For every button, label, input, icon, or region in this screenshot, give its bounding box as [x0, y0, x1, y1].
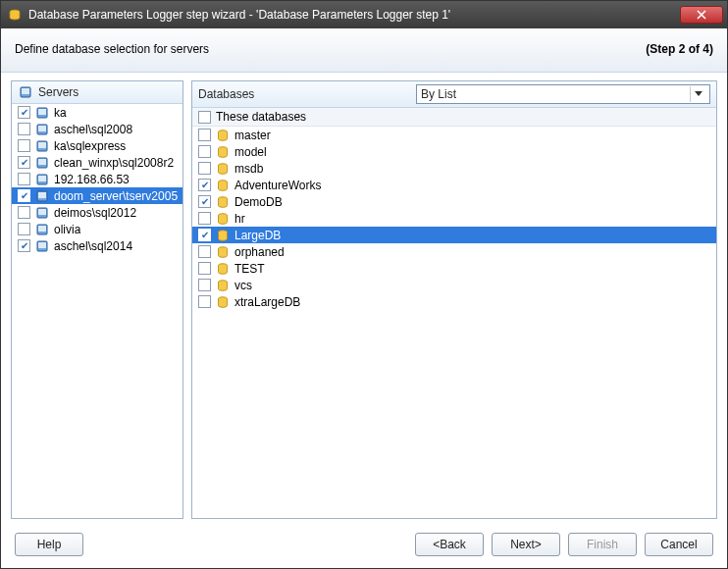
server-row[interactable]: aschel\sql2008: [12, 121, 182, 137]
server-row[interactable]: doom_server\tserv2005: [12, 187, 182, 204]
databases-subheader-label: These databases: [216, 110, 306, 124]
server-label: 192.168.66.53: [54, 173, 130, 186]
database-icon: [215, 261, 231, 277]
database-label: LargeDB: [234, 229, 281, 242]
database-icon: [215, 144, 231, 160]
database-icon: [215, 278, 231, 293]
database-checkbox[interactable]: [198, 195, 211, 208]
database-row[interactable]: xtraLargeDB: [192, 293, 716, 310]
database-label: msdb: [234, 162, 263, 176]
database-checkbox[interactable]: [198, 279, 211, 291]
server-row[interactable]: ka\sqlexpress: [12, 137, 182, 154]
database-checkbox[interactable]: [198, 295, 211, 308]
database-checkbox[interactable]: [198, 145, 211, 158]
server-icon: [34, 155, 50, 171]
finish-button[interactable]: Finish: [568, 533, 637, 556]
database-row[interactable]: msdb: [192, 160, 716, 177]
database-checkbox[interactable]: [198, 179, 211, 191]
chevron-down-icon: [690, 86, 705, 102]
database-row[interactable]: TEST: [192, 260, 716, 277]
server-label: aschel\sql2014: [54, 239, 132, 253]
servers-title: Servers: [38, 85, 78, 99]
database-label: model: [234, 145, 267, 159]
close-button[interactable]: [680, 6, 723, 24]
svg-rect-16: [38, 209, 46, 215]
database-icon: [215, 161, 231, 177]
server-checkbox[interactable]: [18, 156, 30, 169]
server-label: ka: [54, 106, 67, 120]
database-label: orphaned: [234, 245, 285, 259]
server-label: aschel\sql2008: [54, 123, 132, 136]
server-checkbox[interactable]: [18, 189, 30, 202]
database-checkbox[interactable]: [198, 162, 211, 175]
server-checkbox[interactable]: [18, 239, 30, 252]
databases-mode-dropdown[interactable]: By List: [416, 84, 710, 104]
svg-rect-10: [38, 159, 46, 165]
server-icon: [34, 138, 50, 154]
servers-list[interactable]: kaaschel\sql2008ka\sqlexpressclean_winxp…: [12, 104, 182, 518]
database-row[interactable]: DemoDB: [192, 193, 716, 210]
database-icon: [215, 178, 231, 193]
server-checkbox[interactable]: [18, 123, 30, 135]
database-label: DemoDB: [234, 195, 283, 209]
server-row[interactable]: 192.168.66.53: [12, 171, 182, 187]
database-checkbox[interactable]: [198, 129, 211, 141]
database-row[interactable]: model: [192, 143, 716, 160]
database-row[interactable]: AdventureWorks: [192, 177, 716, 193]
databases-subheader: These databases: [192, 108, 716, 127]
databases-selectall-checkbox[interactable]: [198, 111, 211, 124]
svg-rect-2: [22, 88, 29, 94]
database-checkbox[interactable]: [198, 262, 211, 275]
server-checkbox[interactable]: [18, 139, 30, 152]
database-row[interactable]: master: [192, 127, 716, 143]
database-row[interactable]: LargeDB: [192, 227, 716, 243]
databases-title: Databases: [198, 87, 254, 101]
server-row[interactable]: clean_winxp\sql2008r2: [12, 154, 182, 171]
footer: Help <Back Next> Finish Cancel: [1, 523, 727, 568]
svg-rect-18: [38, 226, 46, 232]
server-icon: [34, 172, 50, 187]
database-label: AdventureWorks: [234, 179, 321, 192]
server-icon: [34, 188, 50, 204]
server-icon: [34, 238, 50, 254]
server-row[interactable]: ka: [12, 104, 182, 121]
svg-rect-14: [38, 192, 46, 198]
server-checkbox[interactable]: [18, 223, 30, 235]
database-label: master: [234, 129, 271, 142]
back-button[interactable]: <Back: [415, 533, 484, 556]
cancel-button[interactable]: Cancel: [645, 533, 713, 556]
server-checkbox[interactable]: [18, 173, 30, 185]
database-checkbox[interactable]: [198, 212, 211, 225]
database-label: TEST: [234, 262, 265, 276]
help-button[interactable]: Help: [15, 533, 83, 556]
databases-list[interactable]: mastermodelmsdbAdventureWorksDemoDBhrLar…: [192, 127, 716, 518]
server-label: olivia: [54, 223, 80, 236]
database-label: xtraLargeDB: [234, 295, 300, 309]
database-checkbox[interactable]: [198, 229, 211, 241]
svg-rect-4: [38, 109, 46, 115]
servers-panel: Servers kaaschel\sql2008ka\sqlexpresscle…: [11, 80, 183, 519]
app-icon: [7, 7, 23, 23]
database-checkbox[interactable]: [198, 245, 211, 258]
server-checkbox[interactable]: [18, 206, 30, 219]
server-checkbox[interactable]: [18, 106, 30, 119]
server-row[interactable]: deimos\sql2012: [12, 204, 182, 221]
database-icon: [215, 128, 231, 143]
server-label: doom_server\tserv2005: [54, 189, 178, 203]
server-icon: [34, 222, 50, 237]
database-label: hr: [234, 212, 245, 226]
next-button[interactable]: Next>: [492, 533, 560, 556]
svg-rect-8: [38, 142, 46, 148]
databases-panel: Databases By List These databases master…: [191, 80, 717, 519]
svg-rect-20: [38, 242, 46, 248]
server-icon: [34, 205, 50, 221]
database-row[interactable]: hr: [192, 210, 716, 227]
servers-header: Servers: [12, 81, 182, 104]
database-row[interactable]: vcs: [192, 277, 716, 293]
svg-rect-6: [38, 126, 46, 131]
server-row[interactable]: aschel\sql2014: [12, 237, 182, 254]
server-row[interactable]: olivia: [12, 221, 182, 237]
server-label: deimos\sql2012: [54, 206, 136, 220]
database-row[interactable]: orphaned: [192, 243, 716, 260]
main-area: Servers kaaschel\sql2008ka\sqlexpresscle…: [1, 73, 727, 523]
